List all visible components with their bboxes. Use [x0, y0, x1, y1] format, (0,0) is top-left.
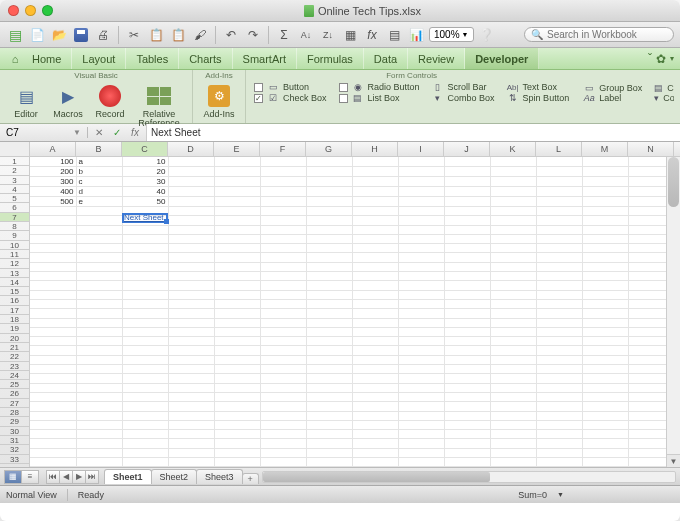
tab-formulas[interactable]: Formulas [297, 48, 364, 69]
cell[interactable] [30, 458, 76, 467]
cell[interactable] [536, 216, 582, 225]
cell[interactable] [490, 207, 536, 216]
print-icon[interactable]: 🖨 [94, 26, 112, 44]
cell[interactable] [30, 411, 76, 420]
cell[interactable] [490, 244, 536, 253]
cell[interactable] [582, 327, 628, 336]
cell[interactable] [30, 244, 76, 253]
cell[interactable] [214, 374, 260, 383]
cell[interactable] [398, 355, 444, 364]
cell[interactable] [30, 281, 76, 290]
cell[interactable] [490, 225, 536, 234]
cell[interactable] [306, 225, 352, 234]
cell[interactable] [352, 290, 398, 299]
cell[interactable] [76, 216, 122, 225]
cell[interactable] [444, 355, 490, 364]
col-header-I[interactable]: I [398, 142, 444, 156]
row-header-23[interactable]: 23 [0, 362, 29, 371]
cell[interactable] [260, 187, 306, 197]
cell[interactable] [76, 383, 122, 392]
cell[interactable] [76, 281, 122, 290]
cell[interactable] [260, 177, 306, 187]
cell[interactable] [260, 234, 306, 243]
cell[interactable] [536, 244, 582, 253]
cell[interactable] [536, 225, 582, 234]
cell[interactable] [536, 355, 582, 364]
col-header-L[interactable]: L [536, 142, 582, 156]
cell[interactable] [352, 309, 398, 318]
cell[interactable] [536, 327, 582, 336]
search-workbook[interactable]: 🔍 [524, 27, 674, 42]
cell[interactable] [214, 420, 260, 429]
cell[interactable] [260, 290, 306, 299]
cell[interactable] [398, 337, 444, 346]
cell[interactable] [168, 355, 214, 364]
fc-label[interactable]: AaLabel [583, 93, 642, 103]
cell[interactable] [536, 167, 582, 177]
cell[interactable] [352, 448, 398, 457]
cell[interactable]: c [76, 177, 122, 187]
cell[interactable] [352, 253, 398, 262]
cell[interactable] [76, 207, 122, 216]
fc-radio[interactable]: ◉Radio Button [339, 82, 420, 92]
cell[interactable] [398, 327, 444, 336]
cell[interactable]: b [76, 167, 122, 177]
cell[interactable] [306, 272, 352, 281]
cell[interactable] [214, 262, 260, 271]
cell[interactable] [214, 216, 260, 225]
row-header-7[interactable]: 7 [0, 213, 29, 222]
cell[interactable] [398, 197, 444, 207]
scrollbar-thumb[interactable] [668, 157, 679, 207]
cell[interactable] [490, 365, 536, 374]
cell[interactable] [444, 197, 490, 207]
cell[interactable] [398, 290, 444, 299]
cell[interactable] [444, 448, 490, 457]
cell[interactable] [76, 365, 122, 374]
cell[interactable] [582, 244, 628, 253]
row-header-16[interactable]: 16 [0, 296, 29, 305]
cell[interactable] [306, 234, 352, 243]
cell[interactable] [352, 327, 398, 336]
cell[interactable] [30, 299, 76, 308]
cell[interactable] [352, 299, 398, 308]
cell[interactable] [76, 337, 122, 346]
cell[interactable] [306, 309, 352, 318]
fc-groupbox[interactable]: ▭Group Box [583, 83, 642, 93]
cells-area[interactable]: 100a10200b20300c30400d40500e50 Next Shee… [30, 157, 680, 467]
cell[interactable] [306, 207, 352, 216]
cell[interactable] [214, 234, 260, 243]
cell[interactable] [352, 411, 398, 420]
cell[interactable] [490, 167, 536, 177]
cell[interactable] [582, 167, 628, 177]
cell[interactable] [260, 458, 306, 467]
row-header-6[interactable]: 6 [0, 203, 29, 212]
cell[interactable] [30, 383, 76, 392]
cell[interactable] [536, 207, 582, 216]
cell[interactable] [398, 411, 444, 420]
cell[interactable] [582, 272, 628, 281]
cell[interactable] [306, 430, 352, 439]
cell[interactable] [352, 167, 398, 177]
cell[interactable] [168, 197, 214, 207]
cell[interactable] [490, 402, 536, 411]
cell[interactable] [306, 439, 352, 448]
col-header-N[interactable]: N [628, 142, 674, 156]
cell[interactable] [582, 216, 628, 225]
fc-checkbox[interactable]: ✓☑Check Box [254, 93, 327, 103]
add-sheet-button[interactable]: + [242, 473, 259, 484]
cell[interactable] [444, 439, 490, 448]
cell[interactable] [122, 430, 168, 439]
cell[interactable] [490, 197, 536, 207]
cell[interactable] [352, 458, 398, 467]
cell[interactable] [582, 365, 628, 374]
row-header-9[interactable]: 9 [0, 231, 29, 240]
cell[interactable] [398, 448, 444, 457]
cell[interactable] [76, 448, 122, 457]
tab-home[interactable]: Home [22, 48, 72, 69]
cell[interactable] [582, 448, 628, 457]
cell[interactable] [168, 216, 214, 225]
cell[interactable] [536, 309, 582, 318]
fc-combo-drop[interactable]: ▾Combo Drop [654, 93, 674, 103]
cell[interactable] [444, 216, 490, 225]
tab-charts[interactable]: Charts [179, 48, 232, 69]
